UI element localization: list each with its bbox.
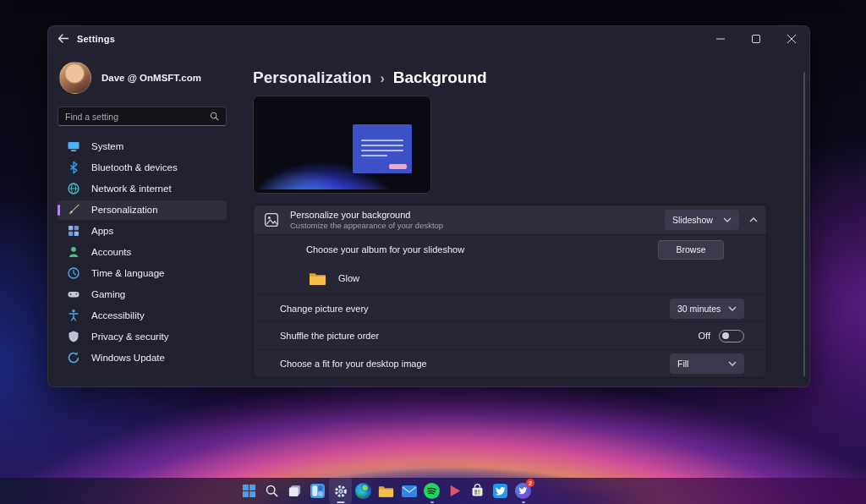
taskbar-spotify-button[interactable]	[420, 478, 443, 504]
sidebar-item-accounts[interactable]: Accounts	[58, 243, 227, 262]
edge-icon	[355, 483, 371, 499]
change-picture-dropdown[interactable]: 30 minutes	[670, 299, 744, 319]
accessibility-icon	[67, 309, 80, 322]
avatar	[59, 62, 91, 94]
shuffle-row: Shuffle the picture order Off	[254, 321, 766, 349]
search-input[interactable]	[65, 112, 210, 122]
taskbar-widgets-button[interactable]	[306, 478, 329, 504]
task-view-icon	[288, 484, 302, 498]
titlebar: Settings	[48, 26, 809, 52]
folder-icon	[309, 271, 326, 286]
sidebar-item-label: Accounts	[91, 247, 131, 257]
windows-logo-icon	[242, 484, 256, 498]
sidebar-item-personalization[interactable]: Personalization	[58, 200, 227, 220]
mail-icon	[402, 485, 417, 497]
sidebar-nav: System Bluetooth & devices Network & int…	[58, 137, 227, 368]
fit-dropdown[interactable]: Fill	[670, 353, 744, 374]
privacy-icon	[67, 330, 80, 343]
notification-badge: 2	[526, 479, 534, 487]
user-name: Dave @ OnMSFT.com	[101, 73, 201, 83]
taskbar-start-button[interactable]	[238, 478, 260, 504]
bluetooth-icon	[67, 161, 80, 174]
sidebar-item-time-language[interactable]: Time & language	[58, 264, 227, 283]
settings-window: Settings Dave @ OnMSFT.com System	[47, 25, 810, 387]
album-folder-name[interactable]: Glow	[338, 273, 359, 283]
taskbar-media-play-button[interactable]	[443, 478, 466, 504]
shuffle-label: Shuffle the picture order	[280, 331, 379, 341]
microsoft-store-icon	[470, 484, 485, 498]
collapse-expander-button[interactable]	[749, 217, 758, 222]
sidebar-item-accessibility[interactable]: Accessibility	[58, 306, 227, 326]
scrollbar[interactable]	[803, 72, 805, 376]
accounts-icon	[67, 245, 80, 259]
minimize-button[interactable]	[703, 26, 738, 52]
taskbar-twitter-button[interactable]	[489, 478, 512, 504]
close-button[interactable]	[774, 26, 809, 52]
personalize-background-row[interactable]: Personalize your background Customize th…	[254, 205, 766, 234]
breadcrumb-parent[interactable]: Personalization	[253, 68, 371, 87]
back-button[interactable]	[48, 33, 77, 46]
sidebar-item-gaming[interactable]: Gaming	[58, 285, 227, 304]
preview-card-button	[389, 164, 407, 169]
sidebar-item-windows-update[interactable]: Windows Update	[58, 348, 227, 368]
widgets-icon	[310, 484, 325, 498]
row-title: Personalize your background	[290, 210, 443, 220]
sidebar-item-label: Bluetooth & devices	[91, 162, 178, 173]
breadcrumb-separator: ›	[380, 71, 384, 86]
sidebar-item-system[interactable]: System	[58, 137, 227, 156]
background-preview-monitor	[253, 96, 431, 194]
search-box[interactable]	[58, 107, 227, 126]
taskbar-file-explorer-button[interactable]	[375, 478, 397, 504]
search-icon	[210, 112, 219, 121]
fit-row: Choose a fit for your desktop image Fill	[254, 349, 766, 377]
chevron-down-icon	[728, 306, 737, 311]
taskbar-task-view-button[interactable]	[283, 478, 306, 504]
dropdown-value: Fill	[677, 359, 723, 369]
spotify-icon	[424, 483, 440, 499]
network-icon	[67, 182, 80, 195]
browse-button[interactable]: Browse	[658, 240, 724, 260]
sidebar-item-apps[interactable]: Apps	[58, 222, 227, 241]
back-arrow-icon	[58, 34, 69, 43]
taskbar: 2	[0, 478, 866, 504]
sidebar-item-label: Time & language	[91, 268, 165, 278]
sidebar-item-label: Apps	[91, 226, 113, 236]
preview-window-card	[353, 124, 412, 173]
taskbar-search-button[interactable]	[260, 478, 283, 504]
sidebar-item-label: System	[91, 141, 123, 151]
breadcrumb: Personalization › Background	[253, 68, 809, 87]
play-icon	[447, 484, 462, 498]
background-preview-wallpaper	[257, 100, 427, 189]
maximize-icon	[752, 35, 760, 43]
maximize-button[interactable]	[738, 26, 774, 52]
sidebar-item-privacy-security[interactable]: Privacy & security	[58, 327, 227, 347]
sidebar-item-label: Accessibility	[91, 310, 145, 320]
dropdown-value: Slideshow	[672, 215, 718, 225]
taskbar-mail-button[interactable]	[397, 478, 420, 504]
sidebar-item-network-internet[interactable]: Network & internet	[58, 179, 227, 199]
album-label: Choose your album for your slideshow	[306, 244, 464, 255]
dropdown-value: 30 minutes	[677, 304, 723, 314]
gear-icon	[333, 484, 348, 499]
chevron-down-icon	[723, 217, 732, 222]
toggle-knob	[722, 332, 729, 339]
taskbar-tweeten-button[interactable]: 2	[512, 478, 534, 504]
sidebar-item-bluetooth-devices[interactable]: Bluetooth & devices	[58, 158, 227, 178]
picture-icon	[264, 212, 279, 227]
background-type-dropdown[interactable]: Slideshow	[665, 210, 739, 230]
personalization-icon	[67, 203, 80, 216]
background-settings-card: Personalize your background Customize th…	[253, 205, 767, 378]
taskbar-edge-button[interactable]	[352, 478, 375, 504]
taskbar-store-button[interactable]	[466, 478, 489, 504]
sidebar-item-label: Privacy & security	[91, 331, 168, 342]
fit-label: Choose a fit for your desktop image	[280, 359, 427, 369]
search-icon	[265, 484, 279, 498]
sidebar-item-label: Windows Update	[91, 353, 165, 363]
main-content: Personalization › Background	[236, 52, 809, 387]
gaming-icon	[67, 288, 80, 301]
user-profile[interactable]: Dave @ OnMSFT.com	[59, 62, 227, 94]
taskbar-settings-button[interactable]	[329, 478, 352, 504]
chevron-down-icon	[728, 361, 737, 366]
shuffle-toggle[interactable]	[719, 330, 744, 342]
chevron-up-icon	[749, 217, 758, 222]
